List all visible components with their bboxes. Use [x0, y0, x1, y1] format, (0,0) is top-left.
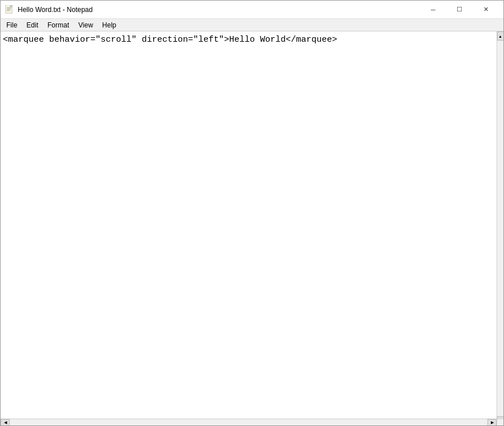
editor-area: ▲ ▼ ◀ ▶ [1, 31, 503, 425]
menu-bar: File Edit Format View Help [1, 19, 503, 31]
minimize-button[interactable]: ─ [420, 1, 446, 19]
menu-item-help[interactable]: Help [98, 19, 121, 31]
menu-item-view[interactable]: View [74, 19, 98, 31]
menu-item-file[interactable]: File [2, 19, 22, 31]
window-title: Hello Word.txt - Notepad [18, 6, 93, 14]
svg-rect-1 [10, 5, 12, 7]
vertical-scrollbar[interactable]: ▲ ▼ [497, 31, 503, 425]
scrollbar-corner [497, 419, 503, 425]
maximize-button[interactable]: ☐ [446, 1, 473, 19]
scroll-up-arrow[interactable]: ▲ [497, 31, 504, 41]
text-editor[interactable] [1, 31, 497, 425]
menu-item-format[interactable]: Format [43, 19, 74, 31]
menu-item-edit[interactable]: Edit [22, 19, 43, 31]
title-bar-left: Hello Word.txt - Notepad [5, 5, 93, 14]
title-bar: Hello Word.txt - Notepad ─ ☐ ✕ [1, 1, 503, 19]
scroll-track-y[interactable] [497, 41, 504, 416]
notepad-window: Hello Word.txt - Notepad ─ ☐ ✕ File Edit… [0, 0, 504, 426]
close-button[interactable]: ✕ [473, 1, 499, 19]
scroll-track-x[interactable] [10, 419, 487, 426]
horizontal-scrollbar[interactable]: ◀ ▶ [1, 419, 497, 425]
scroll-left-arrow[interactable]: ◀ [1, 419, 10, 426]
app-icon [5, 5, 14, 14]
scroll-right-arrow[interactable]: ▶ [487, 419, 497, 426]
title-bar-controls: ─ ☐ ✕ [420, 1, 499, 19]
